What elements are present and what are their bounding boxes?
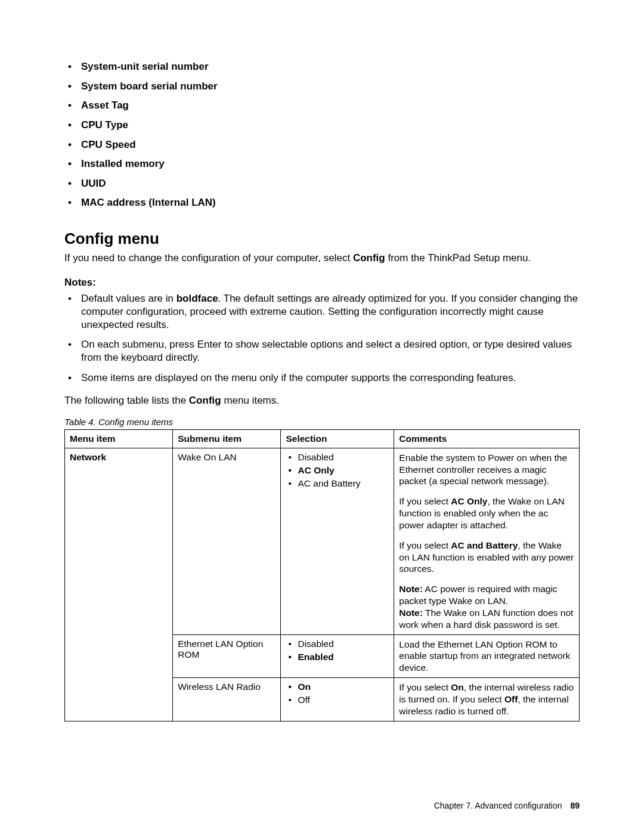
bold-text: boldface (177, 293, 218, 304)
text: If you select (399, 682, 451, 692)
notes-label: Notes: (64, 277, 580, 289)
cell-comments: Enable the system to Power on when the E… (394, 448, 580, 634)
table-header-row: Menu item Submenu item Selection Comment… (65, 429, 580, 448)
text: from the ThinkPad Setup menu. (385, 252, 531, 264)
list-item: System board serial number (79, 79, 580, 94)
note-item: On each submenu, press Enter to show sel… (79, 338, 580, 364)
list-item: Asset Tag (79, 98, 580, 113)
cell-selection: On Off (281, 678, 394, 721)
list-item: System-unit serial number (79, 60, 580, 75)
bold-text: AC Only (451, 496, 487, 506)
list-item: UUID (79, 176, 580, 191)
list-item: CPU Type (79, 118, 580, 133)
document-page: System-unit serial number System board s… (0, 0, 644, 833)
text: If you select (399, 496, 451, 506)
comment-paragraph: Enable the system to Power on when the E… (399, 452, 574, 487)
bold-text: Config (189, 395, 221, 406)
comment-paragraph: Load the Ethernet LAN Option ROM to enab… (399, 639, 574, 674)
list-item: MAC address (Internal LAN) (79, 196, 580, 210)
selection-option-default: Enabled (296, 652, 389, 662)
list-item: Installed memory (79, 157, 580, 172)
comment-paragraph: Note: AC power is required with magic pa… (399, 583, 574, 607)
page-footer: Chapter 7. Advanced configuration 89 (434, 801, 580, 810)
selection-option: Disabled (296, 452, 389, 463)
cell-comments: If you select On, the internal wireless … (394, 678, 580, 721)
text: Default values are in (81, 293, 177, 304)
section-heading: Config menu (64, 230, 580, 248)
cell-menu-item: Network (65, 448, 173, 721)
notes-list: Default values are in boldface. The defa… (64, 292, 580, 385)
intro-paragraph: If you need to change the configuration … (64, 252, 580, 265)
system-info-list: System-unit serial number System board s… (64, 60, 580, 210)
text: If you select (399, 540, 451, 550)
note-item: Default values are in boldface. The defa… (79, 292, 580, 331)
text: AC power is required with magic packet t… (399, 584, 557, 606)
col-menu-item: Menu item (65, 429, 173, 448)
table-row: Network Wake On LAN Disabled AC Only AC … (65, 448, 580, 634)
text: menu items. (221, 395, 279, 406)
bold-text: AC and Battery (451, 540, 518, 550)
comment-paragraph: If you select AC Only, the Wake on LAN f… (399, 496, 574, 531)
comment-paragraph: Note: The Wake on LAN function does not … (399, 607, 574, 631)
footer-page-number: 89 (570, 801, 580, 810)
bold-text: Off (504, 694, 518, 704)
bold-text: Config (353, 252, 385, 264)
cell-selection: Disabled AC Only AC and Battery (281, 448, 394, 634)
selection-option-default: AC Only (296, 465, 389, 476)
bold-text: Note: (399, 608, 423, 618)
bold-text: Note: (399, 584, 423, 594)
selection-option: AC and Battery (296, 478, 389, 489)
comment-paragraph: If you select On, the internal wireless … (399, 682, 574, 717)
table-lead-paragraph: The following table lists the Config men… (64, 394, 580, 407)
selection-option: Disabled (296, 639, 389, 649)
cell-comments: Load the Ethernet LAN Option ROM to enab… (394, 634, 580, 677)
text: The Wake on LAN function does not work w… (399, 608, 573, 630)
footer-chapter: Chapter 7. Advanced configuration (434, 801, 562, 810)
col-comments: Comments (394, 429, 580, 448)
col-submenu-item: Submenu item (173, 429, 281, 448)
text: The following table lists the (64, 395, 189, 406)
cell-submenu-item: Ethernet LAN Option ROM (173, 634, 281, 677)
selection-option-default: On (296, 682, 389, 692)
col-selection: Selection (281, 429, 394, 448)
text: If you need to change the configuration … (64, 252, 353, 264)
note-item: Some items are displayed on the menu onl… (79, 371, 580, 385)
selection-option: Off (296, 695, 389, 705)
config-table: Menu item Submenu item Selection Comment… (64, 429, 580, 721)
table-caption: Table 4. Config menu items (64, 417, 580, 427)
cell-selection: Disabled Enabled (281, 634, 394, 677)
cell-submenu-item: Wireless LAN Radio (173, 678, 281, 721)
comment-paragraph: If you select AC and Battery, the Wake o… (399, 540, 574, 575)
list-item: CPU Speed (79, 138, 580, 153)
cell-submenu-item: Wake On LAN (173, 448, 281, 634)
bold-text: On (451, 682, 464, 692)
